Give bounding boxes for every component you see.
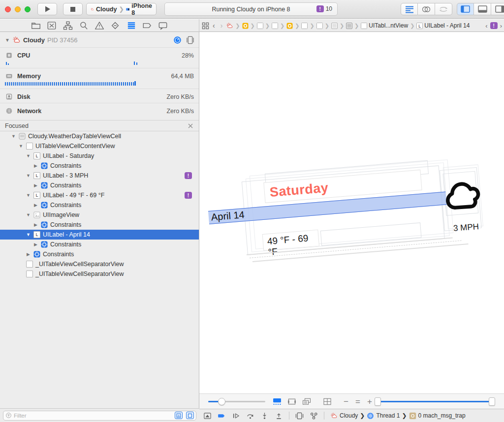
jumpbar-label-crumb[interactable]: L (416, 23, 423, 29)
jumpbar-view-crumb[interactable] (361, 23, 367, 29)
spacing-slider-knob[interactable] (218, 398, 225, 405)
tree-row[interactable]: ▶Constraints (0, 181, 199, 190)
jumpbar-app-crumb[interactable] (226, 22, 233, 30)
toggle-debug-area-button[interactable] (474, 3, 491, 15)
tree-row[interactable]: _UITableViewCellSeparatorView (0, 269, 199, 279)
show-clipped-content-button[interactable] (271, 397, 283, 406)
scheme-selector[interactable]: Cloudy ❯ iPhone 8 (86, 3, 157, 15)
hide-debug-area-button[interactable] (203, 412, 212, 420)
minimize-window-button[interactable] (15, 6, 21, 12)
jumpbar-window-crumb[interactable] (242, 23, 249, 29)
tree-row[interactable]: ▶Constraints (0, 200, 199, 210)
jumpbar-table-light-crumb[interactable] (331, 23, 338, 29)
disclosure-triangle-icon[interactable]: ▼ (26, 193, 31, 198)
view-frames-icon[interactable] (187, 36, 194, 44)
tree-row[interactable]: ▼LUILabel - 49 °F - 69 °F! (0, 190, 199, 200)
tree-row[interactable]: ▼UITableViewCellContentView (0, 141, 199, 151)
tree-row[interactable]: ▼UIImageView (0, 210, 199, 220)
process-header[interactable]: ▼ Cloudy PID 37456 (0, 32, 199, 47)
disclosure-triangle-icon[interactable]: ▼ (5, 37, 10, 43)
decrease-spacing-button[interactable]: − (340, 397, 352, 406)
stop-button[interactable] (63, 3, 83, 15)
tree-row[interactable]: ▼Cloudy.WeatherDayTableViewCell (0, 131, 199, 141)
step-into-button[interactable] (260, 412, 269, 420)
jumpbar-view-crumb[interactable] (316, 23, 323, 29)
close-icon[interactable] (187, 122, 194, 129)
breakpoints-toggle-button[interactable] (218, 412, 226, 420)
nav-tab-source-control[interactable] (46, 20, 57, 31)
canvas-grid-button[interactable] (321, 397, 333, 406)
related-items-icon[interactable] (202, 22, 209, 30)
jumpbar-table-dark-crumb[interactable] (346, 23, 352, 29)
gauge-row-cpu[interactable]: CPU 28% (0, 47, 199, 68)
disclosure-triangle-icon[interactable]: ▼ (26, 212, 31, 217)
jumpbar-view-crumb[interactable] (301, 23, 308, 29)
warning-badge-icon[interactable]: ! (185, 172, 192, 179)
memory-graph-button[interactable] (310, 412, 318, 420)
view-debugger-canvas[interactable]: Saturday 49 °F - 69 °F April 14 3 MPH (199, 32, 504, 393)
disclosure-triangle-icon[interactable]: ▼ (18, 144, 24, 149)
activity-status-bar[interactable]: Running Cloudy on iPhone 8 ! 10 (164, 2, 338, 16)
step-over-button[interactable] (246, 412, 254, 420)
debug-crumb-label[interactable]: Cloudy (340, 412, 358, 419)
tree-row[interactable]: ▶Constraints (0, 240, 199, 249)
tree-row[interactable]: ▶Constraints (0, 220, 199, 230)
warning-badge-icon[interactable]: ! (185, 192, 192, 199)
continue-execution-button[interactable] (232, 412, 240, 420)
nav-tab-breakpoint[interactable] (142, 20, 153, 31)
view-debugger-button[interactable] (295, 412, 304, 420)
disclosure-triangle-icon[interactable]: ▶ (33, 203, 38, 208)
jumpbar-window-crumb[interactable] (286, 23, 293, 29)
go-back-button[interactable]: ‹ (211, 22, 217, 30)
nav-tab-issue[interactable] (94, 20, 105, 31)
disclosure-triangle-icon[interactable]: ▶ (33, 222, 38, 227)
gauge-row-network[interactable]: Network Zero KB/s (0, 103, 199, 117)
issue-badge-icon[interactable]: ! (490, 22, 498, 29)
jumpbar-view-crumb[interactable] (272, 23, 278, 29)
increase-spacing-button[interactable]: + (364, 397, 376, 406)
cloud-icon[interactable] (442, 175, 485, 217)
nav-tab-report[interactable] (158, 20, 168, 31)
nav-tab-find[interactable] (78, 20, 89, 31)
previous-issue-button[interactable]: ‹ (485, 22, 487, 30)
close-window-button[interactable] (5, 6, 11, 12)
toggle-inspectors-button[interactable] (491, 3, 504, 15)
debug-crumb-label[interactable]: 0 mach_msg_trap (418, 412, 466, 419)
standard-editor-button[interactable] (401, 3, 418, 15)
jumpbar-crumb-label[interactable]: UITabl...ntView (369, 22, 408, 29)
step-out-button[interactable] (275, 412, 283, 420)
nav-tab-project[interactable] (31, 20, 41, 31)
go-forward-button[interactable]: › (219, 22, 225, 30)
gauge-row-disk[interactable]: Disk Zero KB/s (0, 89, 199, 103)
status-issue-counter[interactable]: ! 10 (316, 5, 332, 12)
range-end-handle[interactable] (489, 397, 495, 406)
disclosure-triangle-icon[interactable]: ▼ (11, 134, 16, 139)
show-constraints-button[interactable] (301, 397, 313, 406)
jumpbar-crumb-label[interactable]: UILabel - April 14 (424, 22, 470, 29)
next-issue-button[interactable]: › (500, 22, 502, 30)
version-editor-button[interactable] (435, 3, 452, 15)
reset-spacing-button[interactable]: = (352, 397, 364, 406)
filter-views-with-frames-button[interactable] (175, 412, 183, 419)
disclosure-triangle-icon[interactable]: ▶ (33, 163, 38, 168)
tree-row[interactable]: ▼LUILabel - April 14 (0, 230, 199, 240)
debug-crumb-label[interactable]: Thread 1 (376, 412, 400, 419)
nav-tab-debug[interactable] (126, 20, 137, 31)
disclosure-triangle-icon[interactable]: ▼ (26, 173, 31, 178)
show-view-frames-button[interactable] (286, 397, 298, 406)
hierarchy-range-slider[interactable] (379, 401, 492, 402)
filter-displayed-views-button[interactable] (186, 412, 194, 419)
filter-input[interactable] (14, 413, 171, 419)
assistant-editor-button[interactable] (418, 3, 435, 15)
tree-row[interactable]: ▼LUILabel - Saturday (0, 151, 199, 161)
disclosure-triangle-icon[interactable]: ▶ (33, 183, 38, 188)
tree-row[interactable]: ▶Constraints (0, 161, 199, 171)
disclosure-triangle-icon[interactable]: ▶ (33, 242, 38, 247)
tree-row[interactable]: ▼LUILabel - 3 MPH! (0, 171, 199, 181)
nav-tab-symbol[interactable] (63, 20, 73, 31)
jumpbar-view-crumb[interactable] (257, 23, 263, 29)
tree-row[interactable]: ▶Constraints (0, 249, 199, 259)
disclosure-triangle-icon[interactable]: ▶ (26, 252, 31, 257)
filter-field[interactable] (3, 411, 196, 421)
profile-in-instruments-icon[interactable] (173, 36, 182, 44)
